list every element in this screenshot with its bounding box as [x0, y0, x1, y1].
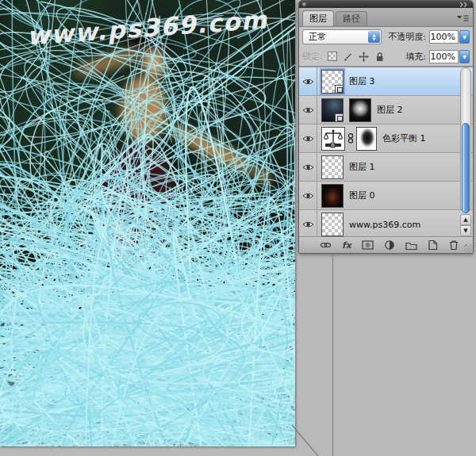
- layer-thumbnail[interactable]: [321, 184, 344, 208]
- lock-label: 锁定:: [302, 51, 323, 63]
- artwork-svg: www.ps369.com: [0, 0, 295, 446]
- lock-transparency-icon[interactable]: [328, 52, 337, 61]
- scrollbar-thumb[interactable]: [462, 123, 470, 213]
- lock-all-icon[interactable]: [374, 52, 385, 62]
- layer-thumbnail[interactable]: [321, 98, 344, 122]
- panel-menu-icon[interactable]: [456, 14, 470, 22]
- visibility-toggle[interactable]: [299, 153, 317, 181]
- new-group-icon[interactable]: [405, 240, 417, 251]
- fill-label: 填充:: [405, 51, 426, 63]
- layer-row-watermark[interactable]: www.ps369.com: [299, 210, 473, 238]
- visibility-toggle[interactable]: [299, 210, 317, 238]
- panel-resize-grip[interactable]: [464, 244, 472, 252]
- color-balance-scales-icon: [324, 128, 343, 149]
- layer-row-2[interactable]: 图层 2: [299, 96, 473, 125]
- panel-collapse-icon[interactable]: [459, 2, 470, 7]
- scroll-up-icon[interactable]: ▲: [460, 214, 471, 225]
- lock-row: 锁定: 填充: 100% ▼: [299, 47, 473, 67]
- eye-icon: [302, 220, 314, 228]
- lock-image-brush-icon[interactable]: [343, 52, 353, 62]
- panel-close-dot-icon[interactable]: [302, 2, 306, 6]
- add-layer-mask-icon[interactable]: [362, 239, 374, 251]
- smart-object-badge-icon: [335, 85, 344, 94]
- layer-thumbnail[interactable]: [321, 213, 344, 236]
- panel-titlebar[interactable]: [299, 1, 473, 8]
- layer-mask-thumbnail[interactable]: [356, 127, 377, 151]
- mask-link-icon[interactable]: [347, 132, 354, 144]
- layer-name[interactable]: 色彩平衡 1: [382, 132, 426, 144]
- new-adjustment-layer-icon[interactable]: [384, 239, 395, 251]
- visibility-toggle[interactable]: [299, 125, 317, 152]
- pen-path-line: [284, 419, 324, 456]
- combo-stepper-icon[interactable]: ▲▼: [368, 31, 380, 43]
- delete-layer-icon[interactable]: [448, 239, 459, 251]
- layer-name[interactable]: 图层 0: [349, 190, 375, 201]
- new-layer-icon[interactable]: [428, 239, 438, 251]
- layer-name[interactable]: 图层 2: [377, 104, 403, 116]
- opacity-input[interactable]: 100%: [429, 30, 459, 44]
- visibility-toggle[interactable]: [299, 67, 317, 95]
- layer-name[interactable]: 图层 3: [349, 75, 375, 87]
- layer-thumbnail[interactable]: [321, 155, 344, 179]
- lock-position-icon[interactable]: [359, 52, 369, 62]
- eye-icon: [302, 78, 314, 86]
- tab-layers[interactable]: 图层: [302, 10, 334, 26]
- document-canvas[interactable]: www.ps369.com: [0, 0, 295, 446]
- layer-name[interactable]: 图层 1: [349, 161, 375, 173]
- layers-panel: 图层 路径 正常 ▲▼ 不透明度: 100% ▼ 锁定:: [298, 0, 474, 254]
- link-layers-icon[interactable]: [320, 239, 332, 251]
- fill-dropdown-icon[interactable]: ▼: [459, 50, 470, 63]
- opacity-label: 不透明度:: [388, 31, 426, 43]
- eye-icon: [302, 135, 314, 143]
- smart-object-badge-icon: [335, 113, 344, 122]
- visibility-toggle[interactable]: [299, 182, 317, 209]
- blend-mode-row: 正常 ▲▼ 不透明度: 100% ▼: [299, 27, 473, 47]
- fill-input[interactable]: 100%: [429, 50, 459, 63]
- layers-scrollbar: ▲ ▼: [460, 67, 471, 237]
- layer-row-1[interactable]: 图层 1: [299, 153, 473, 182]
- visibility-toggle[interactable]: [299, 96, 317, 124]
- layer-thumbnail[interactable]: [321, 70, 344, 94]
- eye-icon: [302, 106, 314, 114]
- layer-mask-thumbnail[interactable]: [349, 98, 371, 122]
- workspace-divider-line: [332, 254, 333, 456]
- blend-mode-value: 正常: [309, 31, 326, 43]
- eye-icon: [302, 163, 314, 171]
- scroll-down-icon[interactable]: ▼: [460, 225, 471, 236]
- panel-tabbar: 图层 路径: [299, 8, 473, 27]
- tab-paths[interactable]: 路径: [336, 11, 367, 26]
- opacity-dropdown-icon[interactable]: ▼: [459, 30, 470, 44]
- layer-style-icon[interactable]: fx: [342, 241, 351, 250]
- layer-row-0[interactable]: 图层 0: [299, 182, 473, 210]
- layer-row-3[interactable]: 图层 3: [299, 67, 473, 96]
- adjustment-layer-thumbnail[interactable]: [321, 127, 345, 151]
- eye-icon: [302, 192, 314, 200]
- layer-name[interactable]: www.ps369.com: [349, 220, 420, 230]
- blend-mode-select[interactable]: 正常 ▲▼: [302, 29, 382, 44]
- panel-bottom-bar: fx: [299, 236, 473, 253]
- layers-list: 图层 3 图层 2: [299, 67, 473, 238]
- layer-row-color-balance[interactable]: 色彩平衡 1: [299, 125, 473, 153]
